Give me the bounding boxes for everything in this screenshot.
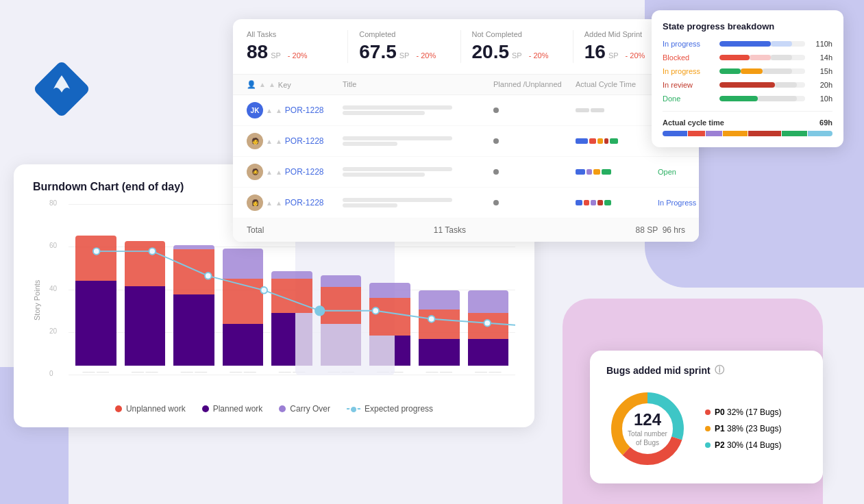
state-label: In progress: [663, 40, 714, 48]
chart-legend: Unplanned work Planned work Carry Over E…: [33, 404, 515, 414]
table-row: 👩 ▲▲ POR-1228 In Progress Done: [233, 188, 699, 218]
state-label: In progress: [663, 67, 714, 75]
all-tasks-change: - 20%: [288, 51, 308, 60]
x-axis-label: —— ——: [181, 368, 208, 375]
bar-group: —— ——: [223, 249, 264, 375]
p1-label: P1 38% (23 Bugs): [715, 424, 781, 433]
stat-all-tasks: All Tasks 88 SP - 20%: [247, 30, 348, 63]
x-axis-label: —— ——: [83, 368, 110, 375]
actual-cycle-header: Actual Cycle Time: [576, 80, 658, 89]
p2-label: P2 30% (14 Bugs): [715, 440, 781, 450]
expected-label: Expected progress: [365, 404, 433, 414]
stats-row: All Tasks 88 SP - 20% Completed 67.5 SP …: [233, 19, 699, 75]
planned-label: Planned work: [213, 404, 263, 414]
task-key-link[interactable]: POR-1228: [285, 198, 324, 207]
bugs-title: Bugs added mid sprint ⓘ: [606, 364, 806, 377]
title-bar: [343, 111, 425, 115]
state-row-blocked: Blocked 14h: [663, 53, 832, 62]
legend-planned: Planned work: [202, 404, 263, 414]
avatar: 🧔: [247, 164, 263, 180]
completed-value: 67.5: [359, 41, 397, 63]
state-row-inprogress: In progress 110h: [663, 40, 832, 48]
avatar: 🧑: [247, 133, 263, 149]
task-key-link[interactable]: POR-1228: [285, 136, 324, 146]
unplanned-dot: [115, 405, 122, 412]
all-tasks-label: All Tasks: [247, 30, 336, 38]
logo-diamond-icon: [27, 55, 96, 123]
cycle-bar: [576, 169, 658, 175]
donut-total: 124: [627, 410, 668, 429]
donut-chart: 124 Total number of Bugs: [606, 388, 689, 470]
state-hours: 20h: [811, 81, 832, 89]
title-bar: [343, 142, 397, 146]
title-bar: [343, 136, 452, 140]
state-card-title: State progress breakdown: [663, 21, 832, 32]
not-completed-value: 20.5: [472, 41, 510, 63]
p0-dot: [705, 410, 711, 415]
table-footer: Total 11 Tasks 88 SP 96 hrs: [233, 218, 699, 242]
avatar: JK: [247, 102, 263, 118]
state-hours: 110h: [811, 40, 832, 48]
table-row: JK ▲▲ POR-1228 Backlog: [233, 95, 699, 126]
added-mid-sprint-change: - 20%: [626, 51, 645, 60]
table-row: 🧔 ▲▲ POR-1228 Open Done: [233, 157, 699, 188]
bugs-card: Bugs added mid sprint ⓘ 124 Total number…: [590, 351, 823, 483]
state-progress-card: State progress breakdown In progress 110…: [652, 10, 843, 147]
title-bar: [343, 167, 452, 171]
p0-label: P0 32% (17 Bugs): [715, 407, 781, 417]
completed-change: - 20%: [416, 51, 436, 60]
legend-carryover: Carry Over: [279, 404, 330, 414]
planned-dot: [493, 169, 499, 175]
added-mid-sprint-sp: SP: [608, 51, 619, 60]
stat-not-completed: Not Completed 20.5 SP - 20%: [461, 30, 573, 63]
x-axis-label: —— ——: [132, 368, 158, 375]
title-bar: [343, 203, 397, 207]
footer-tasks: 11 Tasks: [434, 225, 466, 235]
unplanned-label: Unplanned work: [126, 404, 186, 414]
status-text: Open: [658, 168, 699, 176]
added-mid-sprint-value: 16: [584, 41, 606, 63]
title-bar: [343, 105, 452, 110]
sprint-card: All Tasks 88 SP - 20% Completed 67.5 SP …: [233, 19, 699, 242]
actual-cycle-section: Actual cycle time 69h: [663, 111, 832, 136]
bug-item-p2: P2 30% (14 Bugs): [705, 440, 781, 450]
state-label: Done: [663, 94, 714, 103]
task-key-link[interactable]: POR-1228: [285, 105, 324, 115]
footer-total: Total: [247, 225, 264, 235]
table-header: 👤 ▲▲ Key Title Planned /Unplanned Actual…: [233, 75, 699, 95]
state-hours: 10h: [811, 94, 832, 103]
state-row-done: Done 10h: [663, 94, 832, 103]
task-key-link[interactable]: POR-1228: [285, 167, 324, 177]
expected-line-icon: [347, 408, 360, 410]
state-hours: 15h: [811, 67, 832, 75]
state-label: Blocked: [663, 53, 714, 62]
bar-group: —— ——: [173, 245, 214, 375]
not-completed-label: Not Completed: [472, 30, 562, 38]
bugs-content: 124 Total number of Bugs P0 32% (17 Bugs…: [606, 388, 806, 470]
title-bar: [343, 173, 425, 177]
x-axis-label: —— ——: [425, 368, 452, 375]
planned-header: Planned /Unplanned: [493, 80, 576, 89]
state-bar: [719, 41, 805, 47]
state-row-review: In review 20h: [663, 81, 832, 89]
planned-dot: [493, 108, 499, 113]
stat-completed: Completed 67.5 SP - 20%: [348, 30, 460, 63]
not-completed-sp: SP: [512, 51, 522, 60]
donut-subtitle: Total number of Bugs: [627, 429, 668, 447]
completed-label: Completed: [359, 30, 449, 38]
planned-dot: [493, 138, 499, 144]
bar-group: —— ——: [419, 290, 460, 375]
cycle-bar: [576, 138, 658, 144]
state-hours: 14h: [811, 53, 832, 62]
bug-item-p0: P0 32% (17 Bugs): [705, 407, 781, 417]
logo: [27, 55, 96, 126]
key-header: Key: [278, 81, 291, 89]
bugs-legend: P0 32% (17 Bugs) P1 38% (23 Bugs) P2 30%…: [705, 407, 781, 450]
info-icon: ⓘ: [715, 364, 724, 377]
state-bar: [719, 55, 805, 60]
legend-expected: Expected progress: [347, 404, 433, 414]
avatar: 👩: [247, 194, 263, 211]
title-bar: [343, 198, 452, 202]
cycle-bar: [576, 200, 658, 205]
state-bar: [719, 68, 805, 74]
